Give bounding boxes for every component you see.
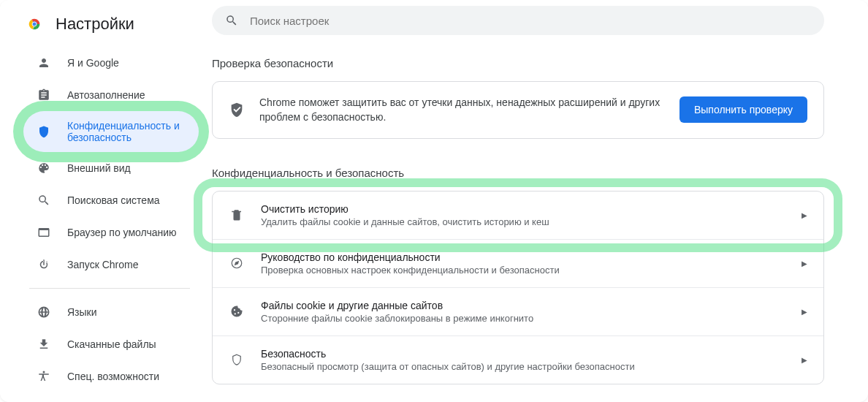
clipboard-icon [37, 88, 51, 102]
sidebar-item-on-startup[interactable]: Запуск Chrome [0, 249, 212, 281]
sidebar-item-autofill[interactable]: Автозаполнение [0, 79, 212, 111]
shield-outline-icon [229, 352, 245, 368]
search-icon [37, 193, 51, 208]
sidebar-item-appearance[interactable]: Внешний вид [0, 152, 212, 184]
sidebar-item-label: Языки [67, 306, 97, 318]
sidebar-item-privacy[interactable]: Конфиденциальность и безопасность [0, 111, 212, 152]
safety-check-message: Chrome поможет защитить вас от утечки да… [259, 95, 665, 125]
row-clear-browsing-data[interactable]: Очистить историю Удалить файлы cookie и … [213, 191, 823, 239]
row-privacy-guide[interactable]: Руководство по конфиденциальности Провер… [213, 239, 823, 287]
download-icon [37, 337, 51, 352]
row-subtitle: Безопасный просмотр (защита от опасных с… [261, 361, 785, 372]
safety-check-title: Проверка безопасности [212, 57, 824, 69]
sidebar-item-label: Браузер по умолчанию [67, 227, 177, 238]
chevron-right-icon: ▶ [802, 259, 807, 268]
sidebar-item-label: Конфиденциальность и безопасность [67, 120, 184, 143]
row-title: Безопасность [261, 348, 785, 360]
sidebar-item-label: Спец. возможности [67, 371, 159, 382]
sidebar-header: Настройки [0, 10, 212, 47]
privacy-list-card: Очистить историю Удалить файлы cookie и … [212, 191, 824, 384]
search-bar[interactable] [212, 6, 824, 35]
sidebar-item-accessibility[interactable]: Спец. возможности [0, 360, 212, 392]
compass-icon [229, 255, 245, 271]
row-title: Руководство по конфиденциальности [261, 251, 785, 263]
svg-marker-4 [235, 262, 239, 265]
chevron-right-icon: ▶ [802, 356, 807, 364]
browser-icon [37, 225, 51, 240]
privacy-section-title: Конфиденциальность и безопасность [212, 167, 824, 179]
row-title: Файлы cookie и другие данные сайтов [261, 300, 785, 311]
trash-icon [229, 207, 245, 223]
row-cookies[interactable]: Файлы cookie и другие данные сайтов Стор… [213, 287, 823, 335]
chevron-right-icon: ▶ [802, 308, 807, 316]
row-title: Очистить историю [261, 203, 785, 215]
main-content: Проверка безопасности Chrome поможет защ… [212, 0, 868, 402]
globe-icon [37, 305, 51, 319]
row-subtitle: Удалить файлы cookie и данные сайтов, оч… [261, 216, 785, 227]
sidebar-item-search-engine[interactable]: Поисковая система [0, 184, 212, 216]
sidebar-item-label: Запуск Chrome [67, 259, 138, 270]
chrome-logo-icon [26, 16, 42, 32]
sidebar: Настройки Я и Google Автозаполнение Конф… [0, 0, 212, 402]
search-input[interactable] [250, 15, 811, 27]
sidebar-item-you-and-google[interactable]: Я и Google [0, 47, 212, 79]
sidebar-item-downloads[interactable]: Скачанные файлы [0, 328, 212, 360]
search-icon [225, 14, 238, 27]
shield-check-icon [229, 102, 245, 118]
sidebar-divider [29, 288, 190, 289]
sidebar-item-label: Скачанные файлы [67, 338, 156, 350]
chevron-right-icon: ▶ [802, 211, 807, 219]
power-icon [37, 257, 51, 272]
row-subtitle: Сторонние файлы cookie заблокированы в р… [261, 313, 785, 324]
shield-icon [37, 124, 51, 139]
sidebar-item-label: Поисковая система [67, 194, 160, 206]
person-icon [37, 56, 51, 70]
sidebar-item-default-browser[interactable]: Браузер по умолчанию [0, 216, 212, 249]
row-subtitle: Проверка основных настроек конфиденциаль… [261, 265, 785, 276]
sidebar-item-languages[interactable]: Языки [0, 296, 212, 328]
run-check-button[interactable]: Выполнить проверку [679, 96, 807, 123]
cookie-icon [229, 303, 245, 319]
page-title: Настройки [56, 15, 134, 34]
row-security[interactable]: Безопасность Безопасный просмотр (защита… [213, 335, 823, 384]
sidebar-item-label: Внешний вид [67, 162, 131, 174]
palette-icon [37, 161, 51, 175]
sidebar-item-label: Автозаполнение [67, 89, 145, 101]
safety-check-card: Chrome поможет защитить вас от утечки да… [212, 81, 824, 139]
accessibility-icon [37, 369, 51, 384]
sidebar-item-label: Я и Google [67, 57, 119, 69]
